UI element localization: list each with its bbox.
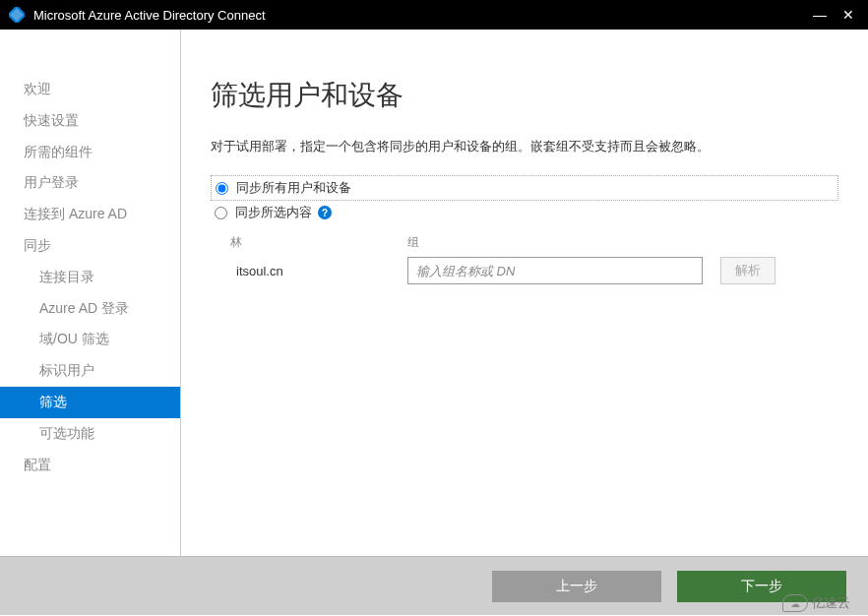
page-title: 筛选用户和设备 bbox=[211, 77, 838, 114]
radio-sync-selected-input[interactable] bbox=[215, 207, 227, 219]
forest-column-header: 林 bbox=[230, 234, 407, 251]
cloud-icon: ☁ bbox=[782, 594, 808, 612]
sidebar-item-label: Azure AD 登录 bbox=[39, 300, 129, 316]
previous-button[interactable]: 上一步 bbox=[492, 571, 661, 602]
content-pane: 筛选用户和设备 对于试用部署，指定一个包含将同步的用户和设备的组。嵌套组不受支持… bbox=[181, 30, 868, 556]
sidebar: 欢迎快速设置所需的组件用户登录连接到 Azure AD同步连接目录Azure A… bbox=[0, 30, 181, 556]
azure-icon bbox=[8, 6, 26, 24]
radio-sync-selected-label: 同步所选内容 bbox=[235, 204, 312, 221]
sidebar-item-7[interactable]: Azure AD 登录 bbox=[0, 293, 180, 325]
titlebar: Microsoft Azure Active Directory Connect… bbox=[0, 0, 868, 30]
form-header: 林 组 bbox=[230, 234, 838, 251]
radio-sync-all[interactable]: 同步所有用户和设备 bbox=[211, 175, 838, 201]
form-row: itsoul.cn 解析 bbox=[230, 257, 838, 284]
sidebar-item-2[interactable]: 所需的组件 bbox=[0, 137, 180, 168]
watermark: ☁ 亿速云 bbox=[782, 594, 850, 612]
sidebar-item-12[interactable]: 配置 bbox=[0, 450, 180, 481]
radio-sync-selected[interactable]: 同步所选内容 ? bbox=[211, 201, 838, 224]
sidebar-item-10[interactable]: 筛选 bbox=[0, 387, 180, 418]
minimize-icon[interactable]: — bbox=[813, 8, 827, 22]
form-grid: 林 组 itsoul.cn 解析 bbox=[211, 234, 838, 284]
main-area: 欢迎快速设置所需的组件用户登录连接到 Azure AD同步连接目录Azure A… bbox=[0, 30, 868, 556]
sidebar-item-label: 同步 bbox=[24, 237, 51, 253]
sidebar-item-label: 快速设置 bbox=[24, 112, 79, 128]
sidebar-item-4[interactable]: 连接到 Azure AD bbox=[0, 199, 180, 230]
forest-value: itsoul.cn bbox=[230, 264, 407, 278]
group-input[interactable] bbox=[407, 257, 703, 284]
sidebar-item-11[interactable]: 可选功能 bbox=[0, 418, 180, 450]
sidebar-item-9[interactable]: 标识用户 bbox=[0, 355, 180, 387]
sidebar-item-label: 域/OU 筛选 bbox=[39, 331, 109, 346]
resolve-button: 解析 bbox=[720, 257, 775, 284]
sidebar-item-3[interactable]: 用户登录 bbox=[0, 167, 180, 199]
sidebar-item-label: 可选功能 bbox=[39, 425, 94, 441]
sidebar-item-label: 连接到 Azure AD bbox=[24, 206, 127, 221]
sidebar-item-label: 标识用户 bbox=[39, 362, 94, 378]
sidebar-item-label: 用户登录 bbox=[24, 174, 79, 190]
sidebar-item-1[interactable]: 快速设置 bbox=[0, 105, 180, 137]
footer: 上一步 下一步 bbox=[0, 556, 868, 615]
page-description: 对于试用部署，指定一个包含将同步的用户和设备的组。嵌套组不受支持而且会被忽略。 bbox=[211, 138, 838, 155]
sidebar-item-8[interactable]: 域/OU 筛选 bbox=[0, 324, 180, 355]
sidebar-item-label: 连接目录 bbox=[39, 269, 94, 284]
watermark-text: 亿速云 bbox=[812, 594, 850, 612]
radio-sync-all-input[interactable] bbox=[216, 182, 228, 195]
window-controls: — ✕ bbox=[813, 8, 860, 22]
radio-sync-all-label: 同步所有用户和设备 bbox=[236, 179, 351, 197]
sidebar-item-0[interactable]: 欢迎 bbox=[0, 74, 180, 105]
sidebar-item-label: 所需的组件 bbox=[24, 144, 93, 159]
window-title: Microsoft Azure Active Directory Connect bbox=[33, 8, 266, 23]
sidebar-item-label: 筛选 bbox=[39, 394, 67, 409]
group-column-header: 组 bbox=[407, 234, 419, 251]
sidebar-item-label: 欢迎 bbox=[24, 81, 51, 96]
sidebar-item-label: 配置 bbox=[24, 457, 51, 472]
close-icon[interactable]: ✕ bbox=[842, 8, 854, 22]
help-icon[interactable]: ? bbox=[318, 206, 332, 219]
sidebar-item-6[interactable]: 连接目录 bbox=[0, 262, 180, 293]
sidebar-item-5[interactable]: 同步 bbox=[0, 230, 180, 262]
